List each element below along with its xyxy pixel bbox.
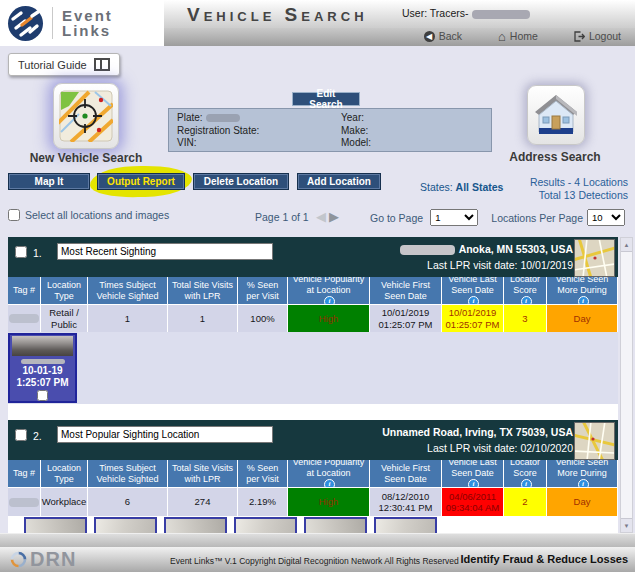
go-to-page-select[interactable]: 1 (430, 209, 478, 226)
tutorial-guide-button[interactable]: Tutorial Guide (8, 53, 120, 76)
page-title: Vehicle Search (187, 4, 368, 26)
footer: DRN Event Links™ V.1 Copyright Digital R… (0, 547, 635, 572)
col-label: Vehicle Popularity at Location (289, 274, 368, 296)
address-search-button[interactable] (527, 85, 585, 145)
footer-copyright: Event Links™ V.1 Copyright Digital Recog… (170, 556, 459, 566)
logout-button[interactable]: Logout (574, 30, 621, 42)
times-sighted-cell: 6 (88, 487, 168, 516)
location-2-header: 2. Unnamed Road, Irving, TX 75039, USA L… (8, 420, 618, 460)
column-header-seen-more: Vehicle Seen More During (547, 460, 618, 487)
per-page-select[interactable]: 10 (587, 209, 625, 226)
popularity-cell: High (288, 304, 370, 332)
times-sighted-cell: 1 (88, 304, 168, 332)
map-it-button[interactable]: Map It (8, 173, 90, 190)
popularity-cell: High (288, 487, 370, 516)
location-1-map-thumbnail[interactable] (574, 239, 615, 277)
card-gap (8, 404, 618, 420)
col-label: Vehicle First Seen Date (371, 280, 440, 302)
model-label: Model: (341, 137, 371, 150)
output-report-button[interactable]: Output Report (97, 173, 185, 190)
page-info: Page 1 of 1 (255, 211, 309, 223)
states-filter[interactable]: States: All States (420, 181, 490, 193)
delete-location-button[interactable]: Delete Location (193, 173, 289, 190)
results-count: Results - 4 Locations (530, 176, 628, 189)
vehicle-photo (12, 336, 73, 356)
column-header-popularity: Vehicle Popularity at Location (288, 277, 370, 304)
edit-search-button[interactable]: Edit Search (292, 92, 360, 106)
location-1-city: Anoka, MN 55303, USA (459, 243, 573, 255)
vehicle-detection-thumbnail[interactable] (234, 517, 297, 533)
map-crosshair-icon (59, 90, 113, 142)
vehicle-detection-thumbnail[interactable] (164, 517, 227, 533)
location-type-cell: Workplace (41, 487, 88, 516)
user-label: User: Tracers- (402, 7, 530, 19)
col-label: Vehicle Seen More During (548, 274, 616, 296)
redacted-street (400, 245, 455, 255)
column-header-locator-score: Locator Score (504, 277, 547, 304)
home-button[interactable]: ⌂Home (498, 30, 538, 42)
column-header-last-seen: Vehicle Last Seen Date (442, 277, 504, 304)
output-report-label: Output Report (107, 176, 175, 187)
location-1-checkbox[interactable] (15, 246, 27, 258)
house-icon (533, 92, 579, 138)
column-header-locator-score: Locator Score (504, 460, 547, 487)
seen-more-cell: Day (547, 487, 618, 516)
add-location-button[interactable]: Add Location (297, 173, 381, 190)
vehicle-detection-thumbnail[interactable] (374, 517, 437, 533)
location-1-title-input[interactable] (57, 243, 273, 260)
footer-tagline: Identify Fraud & Reduce Losses (461, 553, 628, 565)
criteria-right-column: Year: Make: Model: (341, 112, 371, 150)
scroll-down-arrow[interactable]: ▼ (621, 518, 632, 532)
select-all-checkbox[interactable] (8, 209, 20, 221)
results-scrollbar[interactable]: ▲ ▼ (620, 237, 633, 533)
previous-page-arrow[interactable]: ◀ (316, 209, 329, 224)
states-value: All States (456, 181, 504, 193)
vehicle-detection-thumbnail[interactable]: 10-01-19 1:25:07 PM (8, 333, 77, 403)
search-criteria-panel: Plate: Registration State: VIN: Year: Ma… (168, 108, 492, 152)
next-page-arrow[interactable]: ▶ (329, 209, 342, 224)
logout-icon (574, 31, 585, 42)
states-label: States: (420, 181, 453, 193)
registration-state-label: Registration State: (177, 125, 259, 138)
go-to-page-label: Go to Page (370, 212, 423, 224)
tutorial-guide-label: Tutorial Guide (18, 59, 87, 71)
vehicle-detection-thumbnail[interactable] (304, 517, 367, 533)
select-all-control[interactable]: Select all locations and images (8, 209, 169, 221)
vehicle-detection-thumbnail[interactable] (94, 517, 157, 533)
locator-score-cell: 2 (504, 487, 547, 516)
redacted-plate (206, 114, 240, 122)
column-header-times-sighted: Times Subject Vehicle Sighted (88, 277, 168, 304)
col-label: Total Site Visits with LPR (169, 280, 236, 302)
col-label: Vehicle Popularity at Location (289, 457, 368, 479)
tag-cell (8, 487, 41, 516)
col-label: Vehicle Seen More During (548, 457, 616, 479)
col-label: Vehicle Last Seen Date (443, 274, 502, 296)
column-header-seen-more: Vehicle Seen More During (547, 277, 618, 304)
add-location-label: Add Location (307, 176, 371, 187)
location-2-checkbox[interactable] (15, 429, 27, 441)
event-links-logo: Event Links (0, 0, 164, 46)
site-visits-cell: 1 (168, 304, 238, 332)
location-2-title-input[interactable] (57, 426, 273, 443)
column-header-last-seen: Vehicle Last Seen Date (442, 460, 504, 487)
location-1-address: Anoka, MN 55303, USA Last LPR visit date… (400, 241, 573, 273)
vehicle-detection-thumbnail[interactable] (24, 517, 87, 533)
location-2-map-thumbnail[interactable] (574, 422, 615, 460)
plate-row: Plate: (177, 112, 259, 125)
vehicle-search-page: Event Links Vehicle Search User: Tracers… (0, 0, 635, 572)
detection-checkbox[interactable] (37, 390, 48, 401)
bottom-divider-bar (0, 533, 635, 548)
results-list: 1. Anoka, MN 55303, USA Last LPR visit d… (8, 237, 618, 533)
new-vehicle-search-button[interactable] (53, 83, 119, 149)
location-1-number: 1. (33, 247, 42, 259)
back-button[interactable]: ◀Back (424, 30, 462, 42)
scroll-up-arrow[interactable]: ▲ (621, 238, 632, 252)
delete-location-label: Delete Location (204, 176, 278, 187)
location-card-2: 2. Unnamed Road, Irving, TX 75039, USA L… (8, 420, 618, 533)
site-visits-cell: 274 (168, 487, 238, 516)
detections-count: Total 13 Detections (530, 189, 628, 202)
location-2-data-row: Workplace 6 274 2.19% High 08/12/2010 12… (8, 487, 618, 516)
column-header-first-seen: Vehicle First Seen Date (370, 460, 442, 487)
column-header-location-type: Location Type (41, 277, 88, 304)
column-header-location-type: Location Type (41, 460, 88, 487)
